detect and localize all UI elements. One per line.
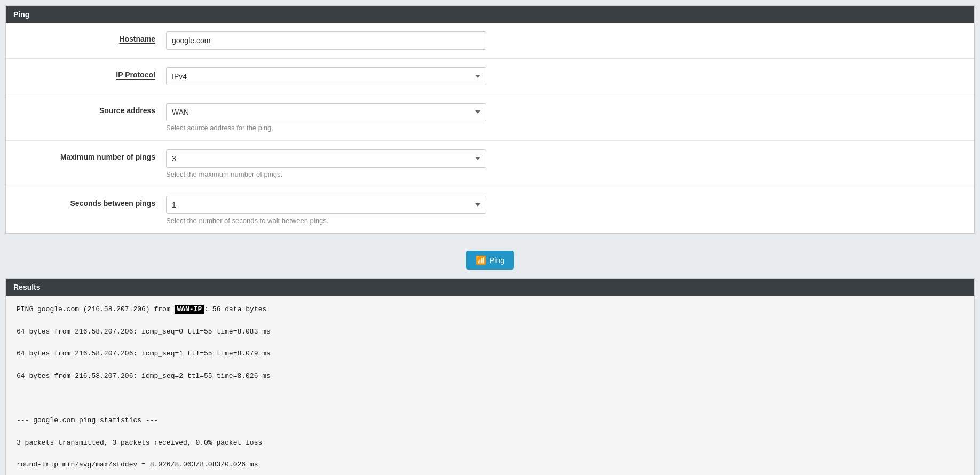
seconds-between-help: Select the number of seconds to wait bet… — [166, 217, 486, 225]
ip-protocol-row: IP Protocol IPv4 IPv6 — [6, 59, 974, 94]
source-address-label: Source address — [17, 103, 166, 115]
max-pings-control-wrap: 1 2 3 4 5 Select the maximum number of p… — [166, 149, 486, 178]
max-pings-help: Select the maximum number of pings. — [166, 170, 486, 178]
ping-panel: Ping Hostname IP Protocol IPv4 IPv6 Sour… — [5, 5, 975, 234]
seconds-between-select[interactable]: 1 2 3 4 5 — [166, 196, 486, 214]
source-address-help: Select source address for the ping. — [166, 124, 486, 132]
wan-ip-badge: WAN-IP — [175, 305, 204, 314]
max-pings-select[interactable]: 1 2 3 4 5 — [166, 149, 486, 168]
results-line-4: 64 bytes from 216.58.207.206: icmp_seq=2… — [17, 371, 963, 382]
source-address-select[interactable]: WAN LAN — [166, 103, 486, 121]
results-panel: Results PING google.com (216.58.207.206)… — [5, 278, 975, 475]
results-line1-pre: PING google.com (216.58.207.206) from — [17, 305, 175, 313]
results-line-6: --- google.com ping statistics --- — [17, 415, 963, 426]
ip-protocol-select[interactable]: IPv4 IPv6 — [166, 67, 486, 85]
ping-wifi-icon: 📶 — [476, 255, 486, 265]
max-pings-label: Maximum number of pings — [17, 149, 166, 161]
results-line-1: PING google.com (216.58.207.206) from WA… — [17, 304, 963, 315]
results-panel-title: Results — [13, 283, 41, 291]
results-output: PING google.com (216.58.207.206) from WA… — [6, 296, 974, 475]
ip-protocol-control-wrap: IPv4 IPv6 — [166, 67, 486, 85]
ping-panel-body: Hostname IP Protocol IPv4 IPv6 Source ad… — [6, 23, 974, 233]
ping-panel-header: Ping — [6, 6, 974, 23]
hostname-control-wrap — [166, 31, 486, 50]
seconds-between-label: Seconds between pings — [17, 196, 166, 208]
source-address-row: Source address WAN LAN Select source add… — [6, 94, 974, 141]
seconds-between-control-wrap: 1 2 3 4 5 Select the number of seconds t… — [166, 196, 486, 225]
ping-button-label: Ping — [489, 256, 504, 265]
results-line-3: 64 bytes from 216.58.207.206: icmp_seq=1… — [17, 349, 963, 360]
max-pings-row: Maximum number of pings 1 2 3 4 5 Select… — [6, 141, 974, 187]
seconds-between-row: Seconds between pings 1 2 3 4 5 Select t… — [6, 187, 974, 233]
hostname-row: Hostname — [6, 23, 974, 59]
ping-panel-title: Ping — [13, 10, 29, 19]
ip-protocol-label: IP Protocol — [17, 67, 166, 79]
results-line-5 — [17, 393, 963, 404]
hostname-input[interactable] — [166, 31, 486, 50]
ping-button[interactable]: 📶 Ping — [466, 251, 514, 270]
ping-button-row: 📶 Ping — [5, 242, 975, 278]
results-panel-header: Results — [6, 279, 974, 296]
results-line1-post: : 56 data bytes — [204, 305, 266, 313]
results-line-2: 64 bytes from 216.58.207.206: icmp_seq=0… — [17, 327, 963, 338]
results-line-7: 3 packets transmitted, 3 packets receive… — [17, 438, 963, 449]
source-address-control-wrap: WAN LAN Select source address for the pi… — [166, 103, 486, 132]
hostname-label: Hostname — [17, 31, 166, 43]
results-line-8: round-trip min/avg/max/stddev = 8.026/8.… — [17, 460, 963, 471]
